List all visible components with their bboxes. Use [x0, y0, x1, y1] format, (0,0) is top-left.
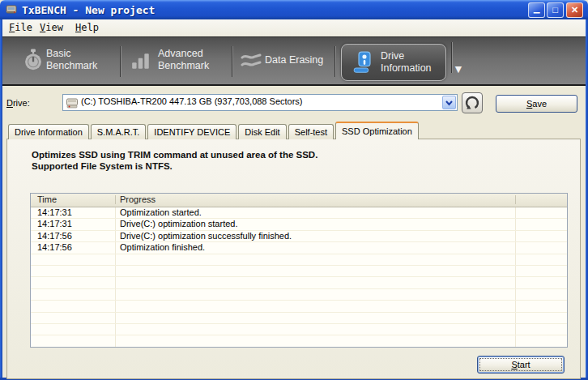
toolbar-separator	[232, 46, 232, 77]
table-row-empty	[31, 266, 567, 277]
cell-progress: Optimization finished.	[120, 242, 205, 253]
toolbar-separator	[334, 46, 335, 77]
drive-information-label-line2: Information	[381, 62, 432, 75]
cell-progress: Drive(C:) optimization successfully fini…	[120, 231, 292, 241]
cell-time: 14:17:56	[37, 231, 72, 241]
table-row-empty	[31, 289, 567, 301]
cell-progress: Drive(C:) optimization started.	[120, 219, 238, 229]
save-button[interactable]: Save	[496, 95, 577, 113]
basic-benchmark-label-line2: Benchmark	[46, 60, 97, 72]
minimize-button[interactable]: ▁	[528, 2, 545, 18]
table-row[interactable]: 14:17:56 Drive(C:) optimization successf…	[31, 231, 567, 242]
advanced-benchmark-label-line1: Advanced	[158, 48, 209, 60]
column-header-progress[interactable]: Progress	[120, 194, 156, 204]
menu-file[interactable]: File	[6, 21, 35, 35]
table-row[interactable]: 14:17:31 Drive(C:) optimization started.	[31, 219, 567, 230]
table-row-empty	[31, 301, 567, 312]
data-erasing-button[interactable]: Data Erasing	[237, 42, 333, 79]
app-drive-icon	[6, 3, 19, 19]
drive-information-label-line1: Drive	[381, 50, 432, 62]
cell-time: 14:17:31	[37, 207, 72, 218]
maximize-button[interactable]: □	[547, 2, 564, 18]
disk-icon	[66, 97, 78, 112]
cell-time: 14:17:31	[37, 219, 72, 229]
table-row-empty	[31, 324, 567, 335]
ssd-description-line2: Supported File System is NTFS.	[32, 161, 317, 173]
start-button[interactable]: Start	[477, 356, 565, 374]
cell-time: 14:17:56	[37, 242, 72, 253]
ssd-optimization-panel: Optimizes SSD using TRIM command at unus…	[6, 139, 581, 379]
refresh-button[interactable]	[462, 92, 483, 113]
table-header: Time Progress	[31, 194, 567, 207]
tab-drive-information[interactable]: Drive Information	[8, 124, 89, 139]
drive-combobox[interactable]: (C:) TOSHIBA-TR200 447.13 GB (937,703,08…	[62, 94, 458, 111]
tab-self-test[interactable]: Self-test	[288, 124, 334, 139]
basic-benchmark-label-line1: Basic	[46, 48, 97, 60]
toolbar-separator	[120, 46, 121, 77]
table-row-empty	[31, 254, 567, 266]
window-title: TxBENCH - New project	[22, 0, 155, 19]
tab-strip: Drive Information S.M.A.R.T. IDENTIFY DE…	[8, 122, 420, 139]
bar-chart-icon	[130, 51, 151, 74]
tab-identify-device[interactable]: IDENTIFY DEVICE	[147, 124, 236, 139]
table-row[interactable]: 14:17:56 Optimization finished.	[31, 242, 567, 254]
title-bar: TxBENCH - New project ▁ □ ✕	[0, 0, 588, 19]
erase-waves-icon	[241, 53, 262, 72]
tab-ssd-optimization[interactable]: SSD Optimization	[335, 122, 419, 139]
toolbar: Basic Benchmark Advanced Benchmark Data …	[2, 36, 586, 86]
cell-progress: Optimization started.	[120, 207, 202, 218]
toolbar-separator	[451, 42, 452, 73]
table-row-empty	[31, 277, 567, 288]
stopwatch-icon	[22, 49, 45, 75]
table-row-empty	[31, 335, 567, 347]
close-button[interactable]: ✕	[566, 2, 583, 18]
drive-label: Drive:	[6, 98, 30, 108]
table-row[interactable]: 14:17:31 Optimization started.	[31, 207, 567, 219]
menu-help[interactable]: Help	[73, 21, 101, 35]
progress-log-table: Time Progress 14:17:31 Optimization star…	[30, 193, 568, 348]
ssd-description-line1: Optimizes SSD using TRIM command at unus…	[32, 150, 317, 161]
header-separator	[115, 195, 116, 204]
data-erasing-label: Data Erasing	[265, 54, 323, 66]
advanced-benchmark-label-line2: Benchmark	[158, 60, 209, 72]
menu-view[interactable]: View	[37, 21, 66, 35]
table-row-empty	[31, 313, 567, 324]
triangle-down-icon[interactable]: ▼	[453, 62, 464, 75]
table-body: 14:17:31 Optimization started. 14:17:31 …	[31, 207, 567, 348]
tab-smart[interactable]: S.M.A.R.T.	[91, 124, 147, 139]
advanced-benchmark-button[interactable]: Advanced Benchmark	[126, 42, 229, 79]
column-header-time[interactable]: Time	[37, 194, 57, 204]
ssd-drive-icon	[353, 51, 376, 77]
basic-benchmark-button[interactable]: Basic Benchmark	[12, 42, 117, 79]
drive-information-button[interactable]: Drive Information	[341, 44, 446, 81]
refresh-icon	[462, 101, 482, 115]
tab-disk-edit[interactable]: Disk Edit	[238, 124, 286, 139]
menu-bar: File View Help	[2, 19, 586, 36]
chevron-down-icon[interactable]	[442, 96, 456, 109]
header-separator	[515, 195, 516, 204]
drive-combo-value: (C:) TOSHIBA-TR200 447.13 GB (937,703,08…	[81, 96, 303, 106]
